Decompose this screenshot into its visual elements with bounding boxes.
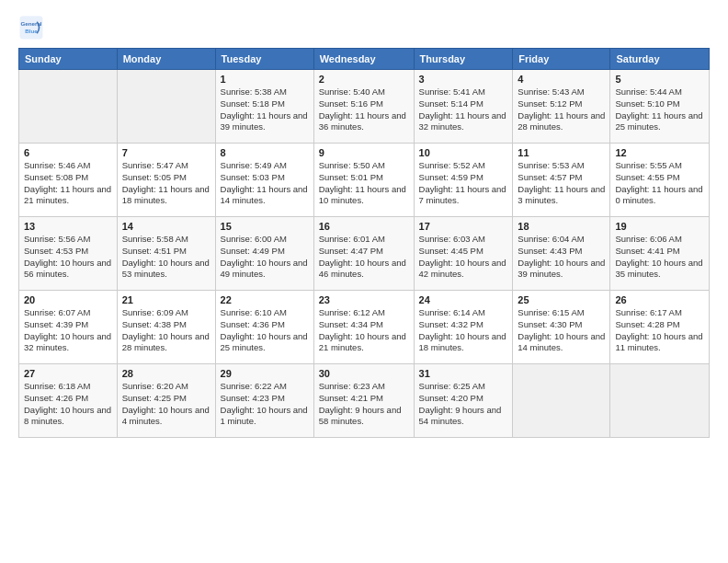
day-number: 28: [122, 368, 210, 379]
day-number: 22: [221, 294, 309, 305]
day-info: Sunrise: 6:09 AM Sunset: 4:38 PM Dayligh…: [122, 307, 210, 354]
calendar-body: 1Sunrise: 5:38 AM Sunset: 5:18 PM Daylig…: [19, 70, 710, 438]
day-number: 14: [122, 221, 210, 232]
calendar-cell: 5Sunrise: 5:44 AM Sunset: 5:10 PM Daylig…: [610, 70, 710, 144]
weekday-header-row: SundayMondayTuesdayWednesdayThursdayFrid…: [19, 49, 710, 70]
calendar-week-1: 1Sunrise: 5:38 AM Sunset: 5:18 PM Daylig…: [19, 70, 710, 144]
day-number: 26: [615, 294, 704, 305]
day-number: 13: [24, 221, 112, 232]
calendar-cell: 11Sunrise: 5:53 AM Sunset: 4:57 PM Dayli…: [513, 144, 610, 217]
calendar-week-4: 20Sunrise: 6:07 AM Sunset: 4:39 PM Dayli…: [19, 291, 710, 364]
day-info: Sunrise: 5:55 AM Sunset: 4:55 PM Dayligh…: [615, 160, 704, 207]
day-number: 31: [419, 368, 508, 379]
calendar-cell: 13Sunrise: 5:56 AM Sunset: 4:53 PM Dayli…: [19, 217, 118, 291]
calendar-cell: 29Sunrise: 6:22 AM Sunset: 4:23 PM Dayli…: [215, 364, 313, 438]
weekday-header-tuesday: Tuesday: [215, 49, 313, 70]
calendar-cell: 21Sunrise: 6:09 AM Sunset: 4:38 PM Dayli…: [117, 291, 215, 364]
day-number: 8: [221, 147, 309, 158]
day-info: Sunrise: 5:50 AM Sunset: 5:01 PM Dayligh…: [319, 160, 409, 207]
day-number: 15: [221, 221, 309, 232]
day-number: 6: [24, 147, 112, 158]
day-number: 12: [615, 147, 704, 158]
day-number: 19: [615, 221, 704, 232]
calendar-cell: 9Sunrise: 5:50 AM Sunset: 5:01 PM Daylig…: [313, 144, 414, 217]
day-number: 16: [319, 221, 409, 232]
calendar-cell: 20Sunrise: 6:07 AM Sunset: 4:39 PM Dayli…: [19, 291, 118, 364]
day-info: Sunrise: 5:58 AM Sunset: 4:51 PM Dayligh…: [122, 234, 210, 281]
weekday-header-monday: Monday: [117, 49, 215, 70]
calendar-cell: 28Sunrise: 6:20 AM Sunset: 4:25 PM Dayli…: [117, 364, 215, 438]
day-number: 25: [518, 294, 605, 305]
calendar-cell: 6Sunrise: 5:46 AM Sunset: 5:08 PM Daylig…: [19, 144, 118, 217]
calendar-cell: 17Sunrise: 6:03 AM Sunset: 4:45 PM Dayli…: [414, 217, 513, 291]
calendar-cell: 7Sunrise: 5:47 AM Sunset: 5:05 PM Daylig…: [117, 144, 215, 217]
calendar-cell: 15Sunrise: 6:00 AM Sunset: 4:49 PM Dayli…: [215, 217, 313, 291]
day-number: 1: [221, 74, 309, 85]
calendar-week-2: 6Sunrise: 5:46 AM Sunset: 5:08 PM Daylig…: [19, 144, 710, 217]
day-info: Sunrise: 5:52 AM Sunset: 4:59 PM Dayligh…: [419, 160, 508, 207]
calendar-cell: 26Sunrise: 6:17 AM Sunset: 4:28 PM Dayli…: [610, 291, 710, 364]
day-number: 2: [319, 74, 409, 85]
day-info: Sunrise: 5:38 AM Sunset: 5:18 PM Dayligh…: [221, 86, 309, 133]
calendar-cell: 2Sunrise: 5:40 AM Sunset: 5:16 PM Daylig…: [313, 70, 414, 144]
day-number: 11: [518, 147, 605, 158]
day-info: Sunrise: 6:12 AM Sunset: 4:34 PM Dayligh…: [319, 307, 409, 354]
day-info: Sunrise: 6:03 AM Sunset: 4:45 PM Dayligh…: [419, 234, 508, 281]
day-info: Sunrise: 6:04 AM Sunset: 4:43 PM Dayligh…: [518, 234, 605, 281]
calendar-cell: 8Sunrise: 5:49 AM Sunset: 5:03 PM Daylig…: [215, 144, 313, 217]
calendar-week-5: 27Sunrise: 6:18 AM Sunset: 4:26 PM Dayli…: [19, 364, 710, 438]
day-info: Sunrise: 6:18 AM Sunset: 4:26 PM Dayligh…: [24, 381, 112, 428]
day-number: 21: [122, 294, 210, 305]
calendar-cell: 30Sunrise: 6:23 AM Sunset: 4:21 PM Dayli…: [313, 364, 414, 438]
day-number: 24: [419, 294, 508, 305]
day-info: Sunrise: 5:46 AM Sunset: 5:08 PM Dayligh…: [24, 160, 112, 207]
day-info: Sunrise: 5:41 AM Sunset: 5:14 PM Dayligh…: [419, 86, 508, 133]
day-number: 27: [24, 368, 112, 379]
day-info: Sunrise: 5:56 AM Sunset: 4:53 PM Dayligh…: [24, 234, 112, 281]
weekday-header-wednesday: Wednesday: [313, 49, 414, 70]
day-info: Sunrise: 6:10 AM Sunset: 4:36 PM Dayligh…: [221, 307, 309, 354]
day-info: Sunrise: 5:53 AM Sunset: 4:57 PM Dayligh…: [518, 160, 605, 207]
day-info: Sunrise: 6:23 AM Sunset: 4:21 PM Dayligh…: [319, 381, 409, 428]
day-number: 23: [319, 294, 409, 305]
calendar-cell: 14Sunrise: 5:58 AM Sunset: 4:51 PM Dayli…: [117, 217, 215, 291]
calendar-cell: 23Sunrise: 6:12 AM Sunset: 4:34 PM Dayli…: [313, 291, 414, 364]
calendar-cell: 19Sunrise: 6:06 AM Sunset: 4:41 PM Dayli…: [610, 217, 710, 291]
calendar-cell: 16Sunrise: 6:01 AM Sunset: 4:47 PM Dayli…: [313, 217, 414, 291]
calendar-week-3: 13Sunrise: 5:56 AM Sunset: 4:53 PM Dayli…: [19, 217, 710, 291]
calendar-cell: [19, 70, 118, 144]
weekday-header-sunday: Sunday: [19, 49, 118, 70]
calendar-cell: 24Sunrise: 6:14 AM Sunset: 4:32 PM Dayli…: [414, 291, 513, 364]
day-number: 5: [615, 74, 704, 85]
calendar-cell: 27Sunrise: 6:18 AM Sunset: 4:26 PM Dayli…: [19, 364, 118, 438]
day-info: Sunrise: 6:00 AM Sunset: 4:49 PM Dayligh…: [221, 234, 309, 281]
calendar-table: SundayMondayTuesdayWednesdayThursdayFrid…: [18, 48, 710, 438]
day-info: Sunrise: 6:22 AM Sunset: 4:23 PM Dayligh…: [221, 381, 309, 428]
day-info: Sunrise: 5:40 AM Sunset: 5:16 PM Dayligh…: [319, 86, 409, 133]
calendar-cell: 25Sunrise: 6:15 AM Sunset: 4:30 PM Dayli…: [513, 291, 610, 364]
day-number: 18: [518, 221, 605, 232]
day-info: Sunrise: 5:49 AM Sunset: 5:03 PM Dayligh…: [221, 160, 309, 207]
calendar-cell: 18Sunrise: 6:04 AM Sunset: 4:43 PM Dayli…: [513, 217, 610, 291]
day-info: Sunrise: 6:15 AM Sunset: 4:30 PM Dayligh…: [518, 307, 605, 354]
day-info: Sunrise: 6:14 AM Sunset: 4:32 PM Dayligh…: [419, 307, 508, 354]
calendar-cell: 4Sunrise: 5:43 AM Sunset: 5:12 PM Daylig…: [513, 70, 610, 144]
calendar-cell: 31Sunrise: 6:25 AM Sunset: 4:20 PM Dayli…: [414, 364, 513, 438]
weekday-header-friday: Friday: [513, 49, 610, 70]
svg-text:Blue: Blue: [25, 28, 38, 34]
day-info: Sunrise: 6:25 AM Sunset: 4:20 PM Dayligh…: [419, 381, 508, 428]
calendar-cell: [513, 364, 610, 438]
day-info: Sunrise: 6:17 AM Sunset: 4:28 PM Dayligh…: [615, 307, 704, 354]
day-number: 20: [24, 294, 112, 305]
header: General Blue: [18, 15, 710, 40]
calendar-cell: 22Sunrise: 6:10 AM Sunset: 4:36 PM Dayli…: [215, 291, 313, 364]
page: General Blue SundayMondayTuesdayWednesda…: [0, 0, 728, 563]
day-number: 4: [518, 74, 605, 85]
calendar-cell: 10Sunrise: 5:52 AM Sunset: 4:59 PM Dayli…: [414, 144, 513, 217]
weekday-header-saturday: Saturday: [610, 49, 710, 70]
logo-icon: General Blue: [18, 15, 44, 40]
day-info: Sunrise: 5:47 AM Sunset: 5:05 PM Dayligh…: [122, 160, 210, 207]
weekday-header-thursday: Thursday: [414, 49, 513, 70]
day-info: Sunrise: 5:44 AM Sunset: 5:10 PM Dayligh…: [615, 86, 704, 133]
day-info: Sunrise: 6:06 AM Sunset: 4:41 PM Dayligh…: [615, 234, 704, 281]
